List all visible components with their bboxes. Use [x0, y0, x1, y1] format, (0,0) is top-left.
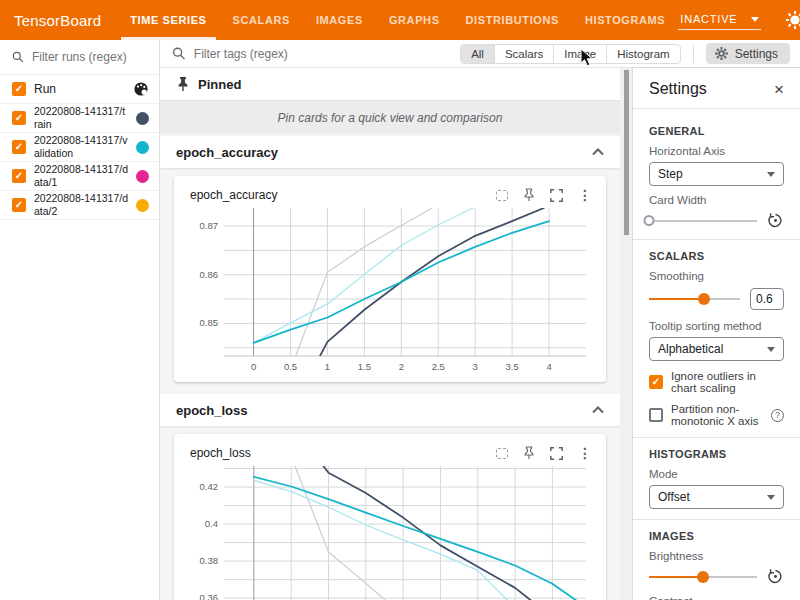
vertical-scrollbar[interactable]: [624, 70, 629, 235]
y-tick-label: 0.42: [200, 481, 219, 492]
pinned-header: Pinned: [160, 68, 620, 100]
section-divider: [633, 519, 800, 520]
run-row-validation[interactable]: 20220808-141317/validation: [0, 133, 159, 162]
fullscreen-icon[interactable]: [550, 189, 563, 202]
histogram-mode-value: Offset: [658, 490, 690, 504]
x-tick-label: 1.5: [358, 361, 371, 372]
run-row-data-1[interactable]: 20220808-141317/data/1: [0, 162, 159, 191]
tooltip-sorting-select[interactable]: Alphabetical: [649, 337, 784, 361]
more-options-icon[interactable]: ⋮: [578, 446, 592, 460]
card-header: epoch_loss ⋮: [178, 442, 602, 464]
settings-panel-header: Settings ×: [633, 68, 800, 109]
tab-graphs[interactable]: GRAPHS: [376, 0, 453, 40]
run-row-data-2[interactable]: 20220808-141317/data/2: [0, 191, 159, 220]
pin-icon: [176, 76, 190, 92]
y-tick-label: 0.38: [200, 555, 219, 566]
app-header: TensorBoard TIME SERIES SCALARS IMAGES G…: [0, 0, 800, 40]
x-tick-label: 3.5: [506, 361, 519, 372]
card-width-slider[interactable]: [649, 214, 757, 228]
more-options-icon[interactable]: ⋮: [578, 188, 592, 202]
horizontal-axis-select[interactable]: Step: [649, 162, 784, 186]
chevron-up-icon[interactable]: [592, 148, 604, 156]
run-checkbox[interactable]: [12, 198, 26, 212]
filter-histogram-button[interactable]: Histogram: [607, 45, 679, 63]
brightness-label: Brightness: [649, 550, 784, 562]
run-checkbox[interactable]: [12, 111, 26, 125]
filter-scalars-button[interactable]: Scalars: [495, 45, 554, 63]
general-heading: GENERAL: [649, 125, 784, 137]
smoothing-value-input[interactable]: [750, 288, 784, 310]
series-line: [320, 208, 544, 356]
scalar-card-epoch-loss: epoch_loss ⋮: [174, 434, 606, 600]
series-line: [254, 477, 579, 600]
tab-histograms[interactable]: HISTOGRAMS: [572, 0, 678, 40]
section-title: epoch_accuracy: [176, 145, 278, 160]
help-icon[interactable]: ?: [771, 409, 784, 422]
run-name: 20220808-141317/data/2: [34, 192, 128, 218]
x-tick-label: 3: [473, 361, 478, 372]
card-actions: ⋮: [496, 446, 592, 460]
runs-filter-input[interactable]: [32, 50, 147, 64]
section-divider: [633, 239, 800, 240]
brightness-icon[interactable]: [783, 8, 800, 32]
fullscreen-icon[interactable]: [550, 447, 563, 460]
partition-x-axis-checkbox[interactable]: [649, 408, 663, 422]
run-name: 20220808-141317/validation: [34, 134, 128, 160]
reset-icon[interactable]: [767, 212, 784, 229]
runs-filter: [0, 40, 159, 75]
reset-icon[interactable]: [767, 568, 784, 585]
fit-domain-icon[interactable]: [496, 448, 508, 459]
section-divider: [633, 437, 800, 438]
tab-scalars[interactable]: SCALARS: [220, 0, 303, 40]
select-all-runs-checkbox[interactable]: [12, 82, 26, 96]
tag-type-filter-group: All Scalars Image Histogram: [460, 44, 681, 64]
filter-all-button[interactable]: All: [461, 45, 495, 63]
pinned-title: Pinned: [198, 77, 241, 92]
histogram-mode-select[interactable]: Offset: [649, 485, 784, 509]
runs-column-header: Run: [34, 83, 125, 96]
run-checkbox[interactable]: [12, 140, 26, 154]
section-epoch-loss[interactable]: epoch_loss: [160, 394, 620, 426]
ignore-outliers-row: Ignore outliers in chart scaling: [649, 370, 784, 394]
epoch-accuracy-chart[interactable]: 0.850.860.8700.511.522.533.54: [178, 206, 602, 378]
histogram-mode-label: Mode: [649, 468, 784, 480]
run-color-dot: [136, 170, 149, 183]
smoothing-slider[interactable]: [649, 292, 740, 306]
ignore-outliers-checkbox[interactable]: [649, 375, 663, 389]
reload-status-select[interactable]: INACTIVE: [678, 10, 761, 30]
fit-domain-icon[interactable]: [496, 190, 508, 201]
card-actions: ⋮: [496, 188, 592, 202]
palette-icon[interactable]: [133, 81, 149, 97]
card-width-row: [649, 212, 784, 229]
pin-icon[interactable]: [523, 446, 535, 460]
x-tick-label: 2.5: [432, 361, 445, 372]
series-line: [254, 208, 473, 343]
pin-icon[interactable]: [523, 188, 535, 202]
tab-time-series[interactable]: TIME SERIES: [117, 0, 219, 40]
tooltip-sorting-value: Alphabetical: [658, 342, 723, 356]
settings-button[interactable]: Settings: [706, 43, 790, 64]
chevron-up-icon[interactable]: [592, 406, 604, 414]
toolbar-divider: [693, 45, 694, 63]
settings-panel: Settings × GENERAL Horizontal Axis Step …: [632, 68, 800, 600]
x-tick-label: 4: [546, 361, 551, 372]
section-epoch-accuracy[interactable]: epoch_accuracy: [160, 136, 620, 168]
chevron-down-icon: [767, 172, 775, 177]
epoch-loss-chart[interactable]: 0.360.380.40.42: [178, 464, 602, 600]
tab-images[interactable]: IMAGES: [303, 0, 376, 40]
run-checkbox[interactable]: [12, 169, 26, 183]
settings-button-label: Settings: [735, 47, 778, 61]
close-icon[interactable]: ×: [774, 81, 784, 98]
scalar-card-epoch-accuracy: epoch_accuracy ⋮: [174, 176, 606, 382]
filter-image-button[interactable]: Image: [554, 45, 607, 63]
pinned-empty-message: Pin cards for a quick view and compariso…: [160, 100, 620, 134]
header-actions: INACTIVE: [678, 8, 800, 32]
run-row-train[interactable]: 20220808-141317/train: [0, 104, 159, 133]
status-label: INACTIVE: [680, 13, 737, 25]
settings-title: Settings: [649, 80, 707, 98]
brightness-slider[interactable]: [649, 570, 757, 584]
tab-distributions[interactable]: DISTRIBUTIONS: [453, 0, 572, 40]
smoothing-row: [649, 288, 784, 310]
tag-filter-input[interactable]: [194, 47, 452, 61]
horizontal-axis-value: Step: [658, 167, 683, 181]
